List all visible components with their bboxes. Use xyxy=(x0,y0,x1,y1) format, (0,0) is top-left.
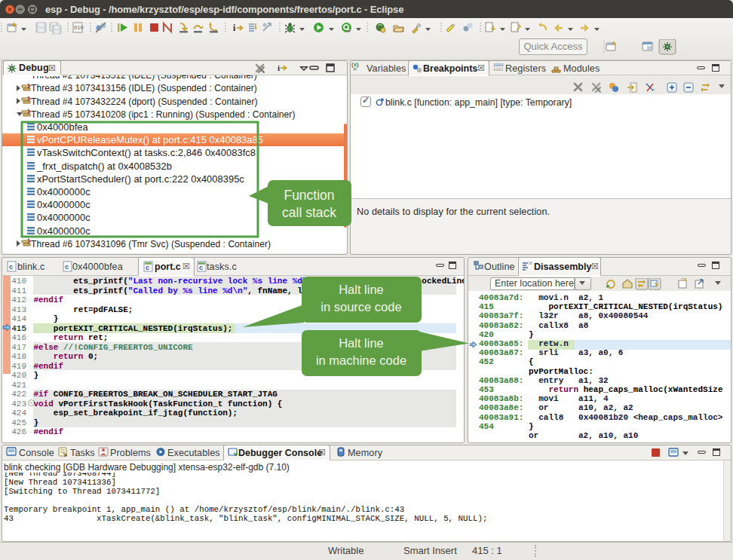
svg-text:i: i xyxy=(278,63,280,72)
svg-text:i: i xyxy=(233,23,236,33)
svg-text:c: c xyxy=(65,263,69,271)
svg-text:c: c xyxy=(9,263,13,271)
svg-text:010: 010 xyxy=(74,25,84,31)
svg-text:c: c xyxy=(199,264,203,271)
svg-text:c: c xyxy=(146,264,149,271)
